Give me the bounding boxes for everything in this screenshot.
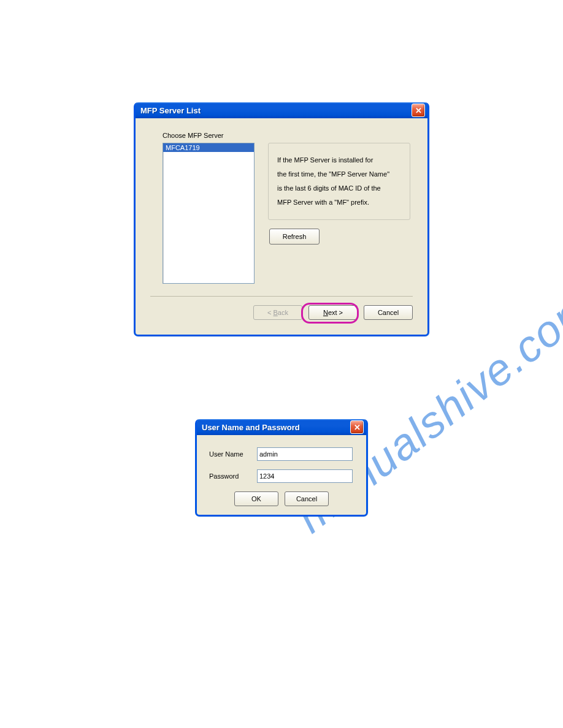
back-key: B bbox=[274, 309, 278, 316]
info-line: is the last 6 digits of MAC ID of the bbox=[277, 181, 401, 195]
cancel-button[interactable]: Cancel bbox=[364, 305, 413, 320]
info-line: MFP Server with a "MF" prefix. bbox=[277, 195, 401, 210]
title-bar[interactable]: User Name and Password ✕ bbox=[197, 419, 366, 435]
password-label: Password bbox=[205, 472, 257, 480]
dialog-footer: OK Cancel bbox=[205, 491, 358, 506]
dialog-body: Choose MFP Server MFCA1719 If the MFP Se… bbox=[136, 118, 427, 335]
next-key: N bbox=[323, 309, 328, 316]
close-icon[interactable]: ✕ bbox=[412, 104, 425, 117]
separator bbox=[150, 296, 413, 297]
back-rest: ack bbox=[278, 309, 288, 316]
auth-dialog: User Name and Password ✕ User Name Passw… bbox=[195, 419, 368, 517]
info-line: If the MFP Server is installed for bbox=[277, 153, 401, 167]
server-listbox[interactable]: MFCA1719 bbox=[163, 143, 255, 284]
username-label: User Name bbox=[205, 450, 257, 458]
next-rest: ext > bbox=[328, 309, 343, 316]
refresh-button[interactable]: Refresh bbox=[269, 229, 320, 245]
back-prefix: < bbox=[267, 309, 273, 316]
title-bar[interactable]: MFP Server List ✕ bbox=[136, 102, 427, 118]
choose-server-label: Choose MFP Server bbox=[163, 132, 418, 139]
cancel-button[interactable]: Cancel bbox=[285, 491, 329, 506]
info-panel: If the MFP Server is installed for the f… bbox=[268, 143, 410, 220]
list-item[interactable]: MFCA1719 bbox=[163, 143, 254, 152]
info-line: the first time, the "MFP Server Name" bbox=[277, 167, 401, 181]
dialog-body: User Name Password OK Cancel bbox=[197, 435, 366, 515]
close-icon[interactable]: ✕ bbox=[350, 420, 364, 434]
next-button[interactable]: Next > bbox=[308, 305, 358, 320]
wizard-footer: < Back Next > Cancel bbox=[145, 305, 418, 325]
mfp-server-list-dialog: MFP Server List ✕ Choose MFP Server MFCA… bbox=[134, 102, 429, 336]
username-input[interactable] bbox=[257, 447, 353, 461]
back-button: < Back bbox=[253, 305, 302, 320]
dialog-title: MFP Server List bbox=[140, 106, 412, 115]
dialog-title: User Name and Password bbox=[202, 423, 350, 432]
password-input[interactable] bbox=[257, 469, 353, 483]
ok-button[interactable]: OK bbox=[234, 491, 278, 506]
